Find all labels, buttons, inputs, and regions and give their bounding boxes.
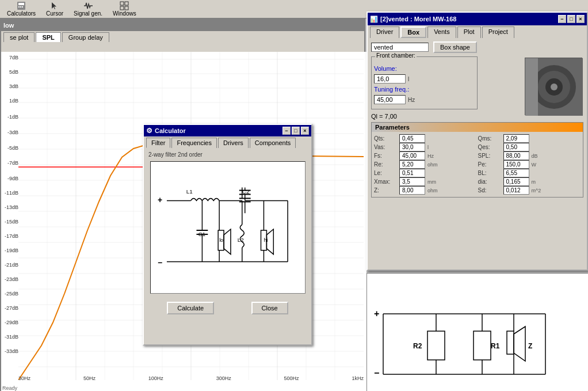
vented-title-bar: 📊 [2]vented : Morel MW-168 − □ × [368, 13, 587, 25]
vented-tab-project[interactable]: Project [482, 26, 514, 38]
calc-tab-filter[interactable]: Filter [146, 138, 170, 148]
xmax-label: Xmax: [374, 179, 397, 185]
z-value: 8,00 [399, 186, 425, 195]
calc-tab-frequencies[interactable]: Frequencies [171, 138, 217, 148]
menu-signal[interactable]: Signal gen. [69, 0, 107, 19]
calc-close-btn[interactable]: × [301, 127, 309, 135]
calc-content: 2-way filter 2nd order + − L1 C2 [144, 148, 311, 298]
tab-spl[interactable]: SPL [36, 32, 60, 42]
param-qts: Qts: 0,45 [374, 134, 477, 143]
box-shape-button[interactable]: Box shape [433, 41, 477, 53]
tab-se-plot[interactable]: se plot [3, 32, 35, 42]
svg-rect-3 [20, 6, 21, 7]
circuit-hi-label: hi [264, 237, 268, 243]
menu-windows[interactable]: Windows [108, 0, 141, 19]
vented-tabs: Driver Box Vents Plot Project [368, 25, 587, 38]
calculator-window: ⚙ Calculator − □ × Filter Frequencies Dr… [143, 124, 312, 346]
z-unit: ohm [427, 188, 438, 193]
param-dia: dia: 0,165 m [478, 177, 581, 186]
vented-tab-plot[interactable]: Plot [457, 26, 481, 38]
param-fs: Fs: 45,00 Hz [374, 151, 477, 160]
vas-label: Vas: [374, 144, 397, 150]
svg-rect-1 [18, 3, 24, 5]
windows-icon [120, 1, 129, 10]
svg-rect-78 [367, 274, 588, 391]
svg-rect-8 [120, 6, 124, 10]
y-label-m9db: -9dB [7, 176, 18, 181]
params-header: Parameters [372, 123, 583, 132]
calc-minimize-btn[interactable]: − [282, 127, 291, 135]
pe-label: Pe: [478, 161, 501, 168]
tuning-input[interactable] [374, 95, 406, 104]
le-label: Le: [374, 170, 397, 176]
signal-icon [83, 1, 93, 10]
le-value: 0,51 [399, 169, 425, 177]
param-sd: Sd: 0,012 m^2 [478, 186, 581, 195]
y-label-3db: 3dB [9, 83, 18, 89]
tab-group-delay[interactable]: Group delay [62, 32, 109, 42]
re-value: 5,20 [399, 160, 425, 169]
pe-value: 150,0 [503, 160, 529, 169]
circuit-plus: + [158, 195, 162, 204]
volume-input-row: l [374, 74, 475, 83]
qms-value: 2,09 [503, 134, 529, 143]
param-z: Z: 8,00 ohm [374, 186, 477, 195]
close-calc-button[interactable]: Close [251, 302, 288, 314]
calc-title-buttons: − □ × [282, 127, 309, 135]
param-vas: Vas: 30,0 l [374, 143, 477, 151]
calc-description: 2-way filter 2nd order [146, 150, 309, 159]
menu-signal-label: Signal gen. [74, 10, 102, 17]
calc-icon [17, 1, 26, 10]
param-qes: Qes: 0,50 [478, 143, 581, 151]
vented-minimize-btn[interactable]: − [558, 15, 566, 23]
menu-calc-label: Calculators [7, 10, 36, 17]
param-re: Re: 5,20 ohm [374, 160, 477, 169]
y-label-m3db: -3dB [7, 130, 18, 135]
vented-tab-driver[interactable]: Driver [370, 26, 399, 38]
svg-marker-5 [52, 2, 56, 9]
calc-title: Calculator [155, 127, 186, 134]
circuit-c2-label: C2 [242, 188, 249, 195]
y-label-1db: 1dB [9, 98, 18, 104]
vented-type-input[interactable] [371, 43, 429, 52]
fs-unit: Hz [427, 153, 434, 159]
x-label-30hz: 30Hz [18, 375, 30, 381]
xmax-unit: mm [427, 179, 436, 185]
main-tabs: se plot SPL Group delay [1, 31, 364, 42]
y-label-m1db: -1dB [7, 114, 18, 120]
bottom-plus: + [374, 309, 379, 318]
circuit-diagram: + − L1 C2 [150, 161, 306, 294]
status-ready: Ready [2, 385, 17, 391]
parameters-section: Parameters Qts: 0,45 Vas: 30,0 l Fs: [371, 122, 583, 198]
spl-label: SPL: [478, 153, 501, 159]
vas-unit: l [427, 145, 429, 150]
svg-point-76 [551, 83, 558, 90]
svg-rect-4 [22, 6, 23, 7]
volume-input[interactable] [374, 74, 406, 83]
main-title-bar: low [1, 20, 364, 31]
vented-tab-vents[interactable]: Vents [427, 26, 456, 38]
vented-close-btn[interactable]: × [576, 15, 585, 23]
vented-restore-btn[interactable]: □ [567, 15, 575, 23]
menu-calculators[interactable]: Calculators [2, 0, 40, 19]
circuit-l1-label: L1 [186, 188, 193, 195]
svg-rect-7 [125, 2, 128, 5]
menu-cursor[interactable]: Cursor [41, 0, 68, 19]
calculate-button[interactable]: Calculate [167, 302, 214, 314]
circuit-svg: + − L1 C2 [151, 162, 305, 293]
front-chamber: Front chamber: Volume: l Tuning freq.: H… [371, 56, 478, 109]
circuit-lo-label: lo [219, 237, 223, 243]
param-spl: SPL: 88,00 dB [478, 151, 581, 160]
calc-tab-components[interactable]: Components [250, 138, 296, 148]
z-label: Z: [374, 187, 397, 193]
vented-tab-box[interactable]: Box [400, 26, 426, 38]
bottom-circuit-svg: + − R1 R2 Z [367, 274, 588, 391]
xmax-value: 3,5 [399, 177, 425, 186]
dia-label: dia: [478, 179, 501, 185]
calc-maximize-btn[interactable]: □ [292, 127, 300, 135]
menu-cursor-label: Cursor [46, 10, 63, 17]
fs-value: 45,00 [399, 151, 425, 160]
menu-windows-label: Windows [113, 10, 136, 17]
calc-tab-drivers[interactable]: Drivers [218, 138, 249, 148]
vas-value: 30,0 [399, 143, 425, 151]
